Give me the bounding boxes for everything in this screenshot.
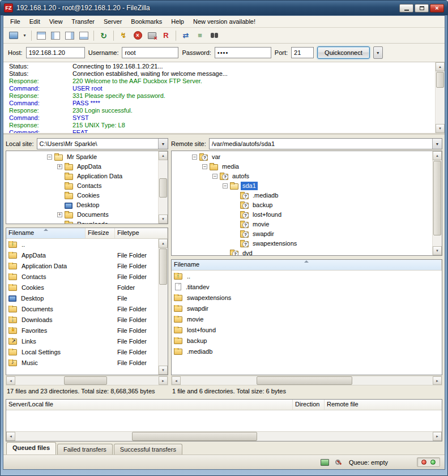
scroll-right-icon[interactable]: ► — [159, 376, 168, 385]
tree-item-backup[interactable]: backup — [172, 200, 432, 210]
scroll-track[interactable] — [15, 376, 159, 385]
cancel-button[interactable] — [131, 29, 144, 42]
tree-item-desktop[interactable]: Desktop — [6, 200, 158, 210]
minus-expander-icon[interactable]: − — [47, 155, 52, 160]
file-row-contacts[interactable]: ContactsFile Folder — [6, 271, 158, 282]
tree-item-cookies[interactable]: Cookies — [6, 191, 158, 200]
minus-expander-icon[interactable]: − — [202, 164, 207, 169]
tree-item-mediadb[interactable]: .mediadb — [172, 191, 432, 200]
directory-comparison-button[interactable] — [179, 29, 193, 42]
tree-item-swapextensions[interactable]: swapextensions — [172, 239, 432, 248]
tree-item-documents[interactable]: +Documents — [6, 210, 158, 220]
file-row-appdata[interactable]: AppDataFile Folder — [6, 250, 158, 260]
column-header-filesize[interactable]: Filesize — [86, 228, 115, 238]
file-row-mediadb[interactable]: .mediadb — [172, 346, 442, 357]
toggle-log-button[interactable] — [35, 29, 48, 42]
tab-successful-transfers[interactable]: Successful transfers — [114, 444, 182, 454]
queue-column-server-local-file[interactable]: Server/Local file — [6, 400, 293, 410]
wrench-icon[interactable] — [335, 458, 344, 466]
scroll-down-icon[interactable]: ▼ — [436, 124, 445, 133]
scroll-thumb[interactable] — [436, 72, 444, 88]
file-row-application-data[interactable]: Application DataFile Folder — [6, 260, 158, 271]
scroll-up-icon[interactable]: ▲ — [159, 151, 168, 160]
remote-hscrollbar[interactable]: ◄ ► — [171, 376, 442, 385]
site-manager-dropdown[interactable]: ▾ — [21, 29, 28, 42]
monitor-icon[interactable] — [321, 458, 330, 466]
tree-item-autofs[interactable]: −autofs — [172, 171, 432, 181]
file-row-swapdir[interactable]: swapdir — [172, 303, 442, 314]
menu-item-bookmarks[interactable]: Bookmarks — [126, 16, 167, 27]
scroll-thumb[interactable] — [257, 376, 352, 385]
scroll-thumb[interactable] — [159, 178, 167, 198]
refresh-button[interactable] — [97, 29, 110, 42]
minus-expander-icon[interactable]: − — [192, 155, 197, 160]
file-row-links[interactable]: LinksFile Folder — [6, 336, 158, 346]
toggle-remote-tree-button[interactable] — [63, 29, 76, 42]
queue-column-remote-file[interactable]: Remote file — [325, 400, 442, 410]
password-input[interactable] — [215, 47, 271, 58]
scroll-track[interactable] — [15, 432, 433, 441]
queue-hscrollbar[interactable]: ◄ ► — [6, 431, 442, 441]
tab-queued-files[interactable]: Queued files — [6, 442, 56, 454]
scroll-left-icon[interactable]: ◄ — [6, 432, 15, 441]
log-scrollbar[interactable]: ▲ ▼ — [435, 62, 445, 133]
column-header-filetype[interactable]: Filetype — [115, 228, 168, 238]
maximize-button[interactable] — [415, 4, 429, 12]
app-icon[interactable]: FZ — [4, 3, 13, 12]
scroll-right-icon[interactable]: ► — [433, 376, 442, 385]
tree-item-var[interactable]: −var — [172, 152, 432, 162]
scroll-right-icon[interactable]: ► — [433, 432, 442, 441]
scroll-track[interactable] — [181, 376, 433, 385]
scroll-thumb[interactable] — [159, 248, 167, 285]
remote-site-combo[interactable]: /var/media/autofs/sda1 ▼ — [209, 138, 442, 149]
minus-expander-icon[interactable]: − — [223, 183, 228, 188]
tree-item-downloads[interactable]: Downloads — [6, 220, 158, 224]
tab-failed-transfers[interactable]: Failed transfers — [57, 444, 113, 454]
file-row-titandev[interactable]: .titandev — [172, 281, 442, 292]
tree-item-mr-sparkle[interactable]: −Mr Sparkle — [6, 152, 158, 162]
file-row-up[interactable]: .. — [172, 271, 442, 281]
tree-item-application-data[interactable]: Application Data — [6, 171, 158, 181]
chevron-down-icon[interactable]: ▼ — [432, 139, 442, 149]
scroll-thumb[interactable] — [64, 376, 107, 385]
host-input[interactable] — [26, 47, 85, 58]
chevron-down-icon[interactable]: ▼ — [158, 139, 168, 149]
file-row-lost-found[interactable]: lost+found — [172, 324, 442, 335]
scroll-left-icon[interactable]: ◄ — [172, 376, 181, 385]
column-header-filename[interactable]: Filename — [172, 260, 442, 270]
local-list-scrollbar[interactable]: ▲ ▼ — [158, 239, 168, 375]
scroll-down-icon[interactable]: ▼ — [433, 246, 442, 255]
queue-column-direction[interactable]: Direction — [293, 400, 325, 410]
file-row-up[interactable]: .. — [6, 239, 158, 250]
menu-item-view[interactable]: View — [45, 16, 67, 27]
disconnect-button[interactable] — [145, 29, 159, 42]
synchronized-browsing-button[interactable] — [193, 29, 207, 42]
reconnect-button[interactable] — [159, 29, 173, 42]
file-row-cookies[interactable]: CookiesFolder — [6, 282, 158, 293]
menu-item-new-version-available[interactable]: New version available! — [189, 16, 260, 27]
scroll-thumb[interactable] — [132, 432, 257, 441]
tree-item-movie[interactable]: movie — [172, 220, 432, 229]
local-site-combo[interactable]: C:\Users\Mr Sparkle\ ▼ — [37, 138, 168, 149]
minus-expander-icon[interactable]: − — [212, 174, 217, 179]
tree-item-contacts[interactable]: Contacts — [6, 181, 158, 191]
file-row-local-settings[interactable]: Local SettingsFile Folder — [6, 346, 158, 357]
menu-item-help[interactable]: Help — [167, 16, 189, 27]
tree-item-media[interactable]: −media — [172, 162, 432, 171]
quickconnect-dropdown[interactable]: ▼ — [373, 46, 383, 59]
toggle-local-tree-button[interactable] — [49, 29, 62, 42]
scroll-up-icon[interactable]: ▲ — [436, 62, 445, 71]
file-row-downloads[interactable]: DownloadsFile Folder — [6, 314, 158, 325]
local-hscrollbar[interactable]: ◄ ► — [6, 376, 168, 385]
menu-item-transfer[interactable]: Transfer — [67, 16, 99, 27]
file-row-movie[interactable]: movie — [172, 314, 442, 324]
tree-item-sda1[interactable]: −sda1 — [172, 181, 432, 191]
file-row-desktop[interactable]: DesktopFile — [6, 293, 158, 303]
menu-item-edit[interactable]: Edit — [25, 16, 45, 27]
scroll-left-icon[interactable]: ◄ — [6, 376, 15, 385]
file-row-documents[interactable]: DocumentsFile Folder — [6, 303, 158, 314]
scroll-down-icon[interactable]: ▼ — [159, 215, 168, 224]
scroll-thumb[interactable] — [433, 161, 441, 235]
file-row-favorites[interactable]: FavoritesFile Folder — [6, 325, 158, 336]
plus-expander-icon[interactable]: + — [57, 164, 62, 169]
